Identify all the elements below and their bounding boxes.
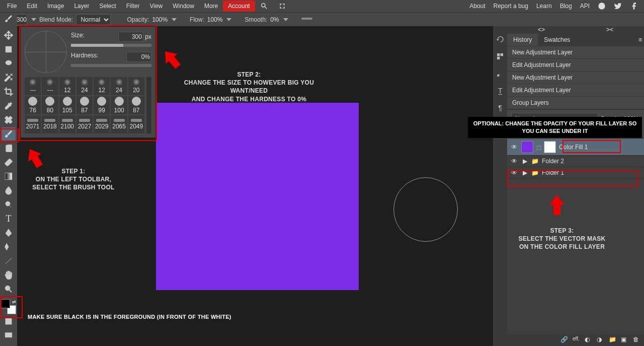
brush-preset[interactable]: 99 (94, 96, 110, 114)
twitter-icon[interactable] (610, 0, 626, 12)
layer-color-fill-1[interactable]: 👁 ⬚ Color Fill 1 (507, 139, 644, 156)
link-blog[interactable]: Blog (556, 1, 576, 12)
brush-preset[interactable]: 2071 (25, 115, 41, 133)
layer-folder-1[interactable]: 👁 ▶ 📁 Folder 1 (507, 167, 644, 179)
menu-view[interactable]: View (144, 1, 168, 12)
foreground-color[interactable] (1, 299, 10, 308)
brush-preset[interactable]: 87 (128, 96, 144, 114)
chevron-down-icon[interactable] (172, 18, 177, 21)
menu-image[interactable]: Image (42, 1, 69, 12)
airbrush-icon[interactable] (301, 15, 314, 24)
link-icon[interactable]: ⬚ (536, 145, 541, 150)
new-folder-icon[interactable]: 📁 (609, 336, 617, 344)
delete-layer-icon[interactable]: 🗑 (633, 336, 641, 344)
brush-preset[interactable]: 2065 (111, 115, 127, 133)
layer-folder-2[interactable]: 👁 ▶ 📁 Folder 2 (507, 156, 644, 167)
layer-mask-icon[interactable]: ◐ (585, 336, 593, 344)
brush-preset[interactable]: 2018 (42, 115, 58, 133)
healing-tool[interactable] (2, 113, 16, 126)
crop-tool[interactable] (2, 85, 16, 98)
screen-mode-tool[interactable] (2, 329, 16, 342)
move-tool[interactable] (2, 29, 16, 42)
menu-select[interactable]: Select (94, 1, 121, 12)
shape-tool[interactable] (2, 254, 16, 267)
blend-mode-select[interactable]: Normal (76, 14, 111, 25)
folder-toggle-icon[interactable]: ▶ (521, 158, 528, 165)
history-item[interactable]: Group Layers (507, 97, 644, 109)
visibility-icon[interactable]: 👁 (510, 144, 518, 151)
brush-preset[interactable]: 20 (128, 77, 144, 95)
brush-preset[interactable]: 2049 (128, 115, 144, 133)
wand-tool[interactable] (2, 71, 16, 84)
character-panel-icon[interactable]: T̲ (495, 86, 505, 96)
eraser-tool[interactable] (2, 156, 16, 169)
panel-collapse-handle[interactable]: <>>< (507, 26, 644, 33)
chevron-down-icon[interactable] (226, 18, 231, 21)
brush-grid-scrollbar[interactable] (146, 77, 151, 133)
dodge-tool[interactable] (2, 198, 16, 211)
brush-preset[interactable]: 12 (59, 77, 75, 95)
size-input[interactable] (118, 32, 143, 42)
menu-edit[interactable]: Edit (22, 1, 42, 12)
tab-history[interactable]: History (507, 34, 538, 46)
eyedropper-tool[interactable] (2, 99, 16, 112)
brush-preset[interactable]: 105 (59, 96, 75, 114)
link-report-bug[interactable]: Report a bug (490, 1, 532, 12)
search-icon[interactable] (255, 0, 273, 12)
swatches-icon[interactable] (495, 51, 505, 61)
paragraph-panel-icon[interactable]: ¶ (495, 103, 505, 113)
layer-thumbnail[interactable] (521, 141, 533, 153)
history-item[interactable]: Edit Adjustment Layer (507, 59, 644, 72)
clone-tool[interactable] (2, 142, 16, 155)
hand-tool[interactable] (2, 268, 16, 282)
link-learn[interactable]: Learn (532, 1, 556, 12)
visibility-icon[interactable]: 👁 (510, 158, 518, 165)
menu-account[interactable]: Account (223, 1, 255, 12)
foreground-background-colors[interactable]: ⇄ (1, 299, 16, 314)
brush-preset[interactable]: --- (25, 77, 41, 95)
facebook-icon[interactable] (626, 0, 642, 12)
swap-colors-icon[interactable]: ⇄ (12, 299, 16, 304)
layer-name[interactable]: Folder 1 (542, 169, 564, 176)
smooth-value[interactable]: 0% (270, 16, 279, 23)
history-icon[interactable] (495, 34, 505, 44)
brush-preset[interactable]: 87 (76, 96, 93, 114)
new-layer-icon[interactable]: ▣ (621, 336, 629, 344)
path-tool[interactable] (2, 240, 16, 253)
quickmask-tool[interactable] (2, 315, 16, 328)
gradient-tool[interactable] (2, 170, 16, 183)
panel-menu-icon[interactable]: ≡ (636, 34, 644, 45)
history-item[interactable]: New Adjustment Layer (507, 72, 644, 84)
folder-toggle-icon[interactable]: ▶ (521, 169, 528, 176)
hardness-slider[interactable] (71, 64, 151, 67)
brush-preset[interactable]: 12 (94, 77, 110, 95)
fullscreen-icon[interactable] (273, 0, 291, 12)
link-layers-icon[interactable]: 🔗 (560, 336, 569, 344)
zoom-tool[interactable] (2, 283, 16, 296)
brush-preset[interactable]: --- (42, 77, 58, 95)
brush-preset[interactable]: 100 (111, 96, 127, 114)
brush-preset[interactable]: 76 (25, 96, 41, 114)
layer-mask-thumbnail[interactable] (544, 141, 556, 153)
menu-window[interactable]: Window (168, 1, 199, 12)
brush-preset[interactable]: 2100 (59, 115, 75, 133)
layer-effects-icon[interactable]: eff. (573, 336, 581, 344)
chevron-down-icon[interactable] (31, 18, 36, 21)
brush-preset[interactable]: 24 (111, 77, 127, 95)
hardness-input[interactable] (126, 52, 151, 62)
layer-name[interactable]: Folder 2 (542, 158, 564, 165)
link-api[interactable]: API (576, 1, 594, 12)
type-tool[interactable]: T (2, 212, 16, 225)
brush-preset[interactable]: 80 (42, 96, 58, 114)
layer-name[interactable]: Color Fill 1 (559, 144, 588, 151)
history-item[interactable]: New Adjustment Layer (507, 46, 644, 59)
brush-preset-picker[interactable]: 300 (16, 14, 27, 25)
menu-more[interactable]: More (199, 1, 223, 12)
size-slider[interactable] (71, 44, 151, 47)
reddit-icon[interactable] (594, 0, 610, 12)
brush-preset[interactable]: 24 (76, 77, 93, 95)
menu-layer[interactable]: Layer (69, 1, 94, 12)
flow-value[interactable]: 100% (207, 16, 223, 23)
brush-angle-preview[interactable] (25, 31, 67, 73)
menu-file[interactable]: File (2, 1, 22, 12)
